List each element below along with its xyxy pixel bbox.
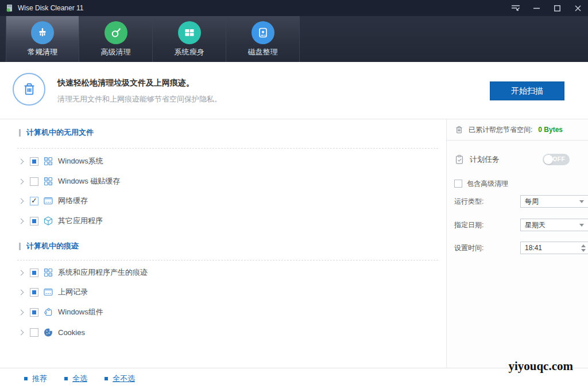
close-icon[interactable] bbox=[567, 0, 588, 16]
titlebar: Wise Disk Cleaner 11 bbox=[0, 0, 588, 16]
tab-advanced-clean[interactable]: 高级清理 bbox=[79, 16, 153, 62]
tree-item-label: Cookies bbox=[58, 328, 85, 337]
cookie-icon bbox=[43, 327, 53, 337]
windows-grid-icon bbox=[43, 156, 53, 166]
chevron-right-icon[interactable] bbox=[18, 218, 24, 224]
chevron-right-icon[interactable] bbox=[18, 270, 24, 275]
tree-item-label: 系统和应用程序产生的痕迹 bbox=[58, 267, 148, 278]
checkbox[interactable] bbox=[30, 197, 38, 205]
tree-item-windows-components[interactable]: Windows组件 bbox=[19, 302, 438, 322]
chevron-right-icon[interactable] bbox=[18, 158, 24, 164]
page-title: 快速轻松地清理垃圾文件及上网痕迹。 bbox=[57, 78, 194, 88]
tab-label: 系统瘦身 bbox=[175, 47, 204, 57]
trash-small-icon bbox=[454, 125, 464, 135]
section-bar bbox=[19, 129, 21, 137]
windows-grid-icon bbox=[43, 267, 53, 278]
cleanup-tree: 计算机中的无用文件 Windows系统 Windows 磁贴缓存 bbox=[0, 119, 446, 368]
time-label: 设置时间: bbox=[454, 243, 483, 253]
day-select[interactable]: 星期天 bbox=[520, 219, 588, 231]
watermark: yiyouqc.com bbox=[508, 359, 573, 374]
run-type-label: 运行类型: bbox=[454, 197, 483, 207]
side-panel: 已累计帮您节省空间: 0 Bytes 计划任务 OFF 包含高级清理 运行类型:… bbox=[446, 119, 588, 368]
tab-normal-clean[interactable]: 常规清理 bbox=[6, 16, 79, 62]
minimize-icon[interactable] bbox=[526, 0, 547, 16]
tree-item-windows-system[interactable]: Windows系统 bbox=[19, 151, 438, 171]
dashed-divider bbox=[17, 260, 438, 260]
chevron-down-icon bbox=[579, 200, 584, 203]
bullet-icon bbox=[24, 377, 28, 380]
saved-space-value: 0 Bytes bbox=[538, 126, 563, 134]
footer-bar: 推荐 全选 全不选 bbox=[0, 368, 588, 389]
dashed-divider bbox=[17, 148, 438, 149]
disk-icon bbox=[252, 21, 274, 44]
tree-item-system-traces[interactable]: 系统和应用程序产生的痕迹 bbox=[19, 263, 438, 282]
time-input[interactable] bbox=[520, 242, 588, 254]
tab-label: 高级清理 bbox=[101, 47, 131, 57]
bullet-icon bbox=[64, 377, 68, 380]
brush-icon bbox=[31, 21, 54, 44]
puzzle-icon bbox=[43, 307, 53, 317]
section-header-traces: 计算机中的痕迹 bbox=[19, 241, 79, 251]
tree-item-label: Windows组件 bbox=[58, 307, 103, 317]
run-type-select[interactable]: 每周 bbox=[520, 195, 588, 208]
page-subtitle: 清理无用文件和上网痕迹能够节省空间保护隐私。 bbox=[57, 94, 222, 104]
checkbox[interactable] bbox=[30, 308, 38, 317]
chevron-right-icon[interactable] bbox=[18, 178, 24, 184]
tab-label: 磁盘整理 bbox=[248, 47, 278, 57]
tree-item-cookies[interactable]: Cookies bbox=[19, 322, 438, 342]
checkbox[interactable] bbox=[454, 180, 462, 188]
checkbox[interactable] bbox=[30, 157, 38, 166]
checkbox[interactable] bbox=[30, 288, 38, 297]
tree-item-label: Windows系统 bbox=[58, 156, 103, 166]
saved-space-label: 已累计帮您节省空间: bbox=[469, 125, 532, 135]
tree-item-label: 网络缓存 bbox=[58, 196, 88, 206]
scheduled-task-label: 计划任务 bbox=[470, 154, 500, 165]
schedule-toggle[interactable]: OFF bbox=[543, 154, 570, 165]
browser-window-icon bbox=[43, 196, 53, 206]
tree-item-label: 其它应用程序 bbox=[58, 216, 103, 226]
chevron-down-icon bbox=[579, 224, 584, 227]
spin-down-icon[interactable] bbox=[581, 249, 586, 252]
tab-label: 常规清理 bbox=[28, 47, 57, 57]
tree-item-other-apps[interactable]: 其它应用程序 bbox=[19, 211, 438, 231]
windows-grid-icon bbox=[43, 176, 53, 186]
chevron-right-icon[interactable] bbox=[18, 289, 24, 295]
menu-icon[interactable] bbox=[505, 0, 526, 16]
day-label: 指定日期: bbox=[454, 220, 483, 230]
magnifier-icon bbox=[105, 21, 127, 44]
tab-disk-defrag[interactable]: 磁盘整理 bbox=[226, 16, 300, 62]
bullet-icon bbox=[105, 377, 108, 380]
include-advanced-row[interactable]: 包含高级清理 bbox=[454, 178, 581, 189]
windows-flag-icon bbox=[178, 21, 201, 44]
select-none-link[interactable]: 全不选 bbox=[105, 374, 135, 384]
checkbox[interactable] bbox=[30, 269, 38, 277]
section-header-junk-files: 计算机中的无用文件 bbox=[19, 127, 94, 138]
checkbox[interactable] bbox=[30, 217, 38, 225]
checkbox[interactable] bbox=[30, 328, 38, 337]
tab-system-slim[interactable]: 系统瘦身 bbox=[153, 16, 226, 62]
window-controls bbox=[505, 0, 588, 16]
time-row: 设置时间: bbox=[454, 242, 581, 254]
spin-up-icon[interactable] bbox=[581, 244, 586, 247]
chevron-right-icon[interactable] bbox=[18, 329, 24, 335]
maximize-icon[interactable] bbox=[547, 0, 567, 16]
checkbox[interactable] bbox=[30, 177, 38, 186]
tree-item-label: Windows 磁贴缓存 bbox=[58, 176, 120, 186]
chevron-right-icon[interactable] bbox=[18, 198, 24, 204]
trash-badge-icon bbox=[13, 73, 45, 106]
toggle-state-label: OFF bbox=[553, 154, 566, 165]
page-header: 快速轻松地清理垃圾文件及上网痕迹。 清理无用文件和上网痕迹能够节省空间保护隐私。… bbox=[0, 62, 588, 119]
section-bar bbox=[19, 243, 21, 250]
spinner-arrows[interactable] bbox=[579, 242, 587, 254]
tree-item-tile-cache[interactable]: Windows 磁贴缓存 bbox=[19, 172, 438, 191]
select-all-link[interactable]: 全选 bbox=[64, 374, 87, 384]
tree-item-label: 上网记录 bbox=[58, 287, 88, 297]
run-type-row: 运行类型: 每周 bbox=[454, 195, 581, 208]
tree-item-web-cache[interactable]: 网络缓存 bbox=[19, 191, 438, 211]
cube-icon bbox=[43, 216, 53, 226]
tree-item-browsing-history[interactable]: 上网记录 bbox=[19, 282, 438, 302]
chevron-right-icon[interactable] bbox=[18, 309, 24, 315]
start-scan-button[interactable]: 开始扫描 bbox=[490, 81, 564, 100]
recommend-link[interactable]: 推荐 bbox=[24, 374, 47, 384]
browser-window-icon bbox=[43, 287, 53, 297]
